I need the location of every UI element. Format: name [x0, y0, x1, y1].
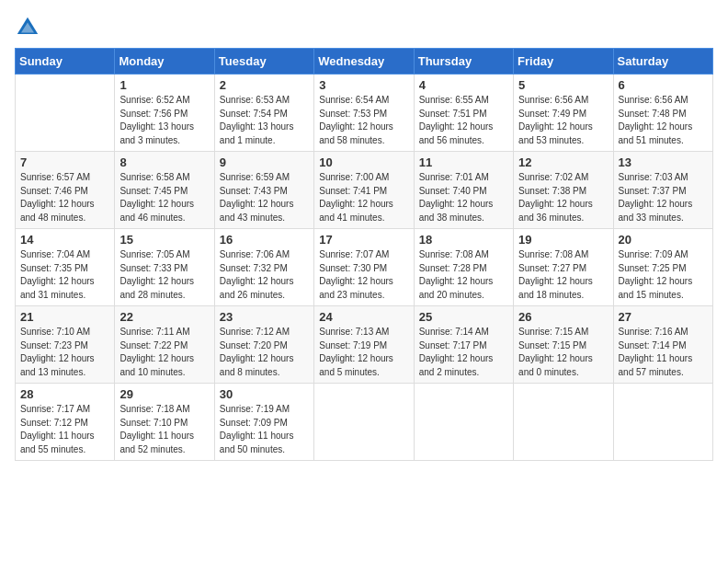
day-number: 11	[419, 155, 508, 169]
calendar-week-row: 28Sunrise: 7:17 AMSunset: 7:12 PMDayligh…	[16, 384, 713, 461]
day-of-week-header: Thursday	[414, 49, 513, 75]
calendar-day-cell: 19Sunrise: 7:08 AMSunset: 7:27 PMDayligh…	[514, 229, 613, 306]
calendar-day-cell	[414, 384, 513, 461]
day-info: Sunrise: 6:52 AMSunset: 7:56 PMDaylight:…	[119, 94, 209, 147]
calendar-day-cell	[314, 384, 414, 461]
calendar-week-row: 1Sunrise: 6:52 AMSunset: 7:56 PMDaylight…	[16, 75, 713, 152]
day-number: 5	[518, 78, 608, 92]
calendar-day-cell: 22Sunrise: 7:11 AMSunset: 7:22 PMDayligh…	[115, 306, 214, 384]
day-number: 15	[119, 233, 209, 247]
day-number: 8	[119, 155, 209, 169]
calendar-week-row: 21Sunrise: 7:10 AMSunset: 7:23 PMDayligh…	[16, 306, 713, 384]
day-number: 25	[419, 310, 508, 324]
day-info: Sunrise: 7:13 AMSunset: 7:19 PMDaylight:…	[319, 326, 408, 379]
calendar-day-cell: 15Sunrise: 7:05 AMSunset: 7:33 PMDayligh…	[115, 229, 214, 306]
day-number: 14	[20, 233, 109, 247]
calendar-day-cell: 17Sunrise: 7:07 AMSunset: 7:30 PMDayligh…	[314, 229, 414, 306]
day-info: Sunrise: 7:14 AMSunset: 7:17 PMDaylight:…	[419, 326, 508, 379]
calendar-day-cell: 2Sunrise: 6:53 AMSunset: 7:54 PMDaylight…	[214, 75, 313, 152]
day-number: 17	[319, 233, 408, 247]
calendar-day-cell	[613, 384, 712, 461]
calendar-day-cell: 25Sunrise: 7:14 AMSunset: 7:17 PMDayligh…	[414, 306, 513, 384]
day-number: 2	[220, 78, 309, 92]
calendar-day-cell: 13Sunrise: 7:03 AMSunset: 7:37 PMDayligh…	[613, 152, 712, 229]
day-of-week-header: Friday	[514, 49, 613, 75]
day-number: 16	[220, 233, 309, 247]
day-number: 12	[518, 155, 608, 169]
day-number: 28	[20, 387, 109, 401]
day-info: Sunrise: 7:16 AMSunset: 7:14 PMDaylight:…	[619, 326, 708, 379]
day-number: 24	[319, 310, 408, 324]
calendar-day-cell: 16Sunrise: 7:06 AMSunset: 7:32 PMDayligh…	[214, 229, 313, 306]
day-info: Sunrise: 7:19 AMSunset: 7:09 PMDaylight:…	[220, 403, 309, 456]
day-info: Sunrise: 6:54 AMSunset: 7:53 PMDaylight:…	[319, 94, 408, 147]
calendar-day-cell: 20Sunrise: 7:09 AMSunset: 7:25 PMDayligh…	[613, 229, 712, 306]
day-info: Sunrise: 7:15 AMSunset: 7:15 PMDaylight:…	[518, 326, 608, 379]
day-info: Sunrise: 7:08 AMSunset: 7:28 PMDaylight:…	[419, 248, 508, 302]
day-number: 3	[319, 78, 408, 92]
calendar-day-cell: 4Sunrise: 6:55 AMSunset: 7:51 PMDaylight…	[414, 75, 513, 152]
day-number: 26	[518, 310, 608, 324]
calendar-day-cell: 14Sunrise: 7:04 AMSunset: 7:35 PMDayligh…	[16, 229, 115, 306]
calendar-day-cell: 12Sunrise: 7:02 AMSunset: 7:38 PMDayligh…	[514, 152, 613, 229]
logo-icon	[15, 15, 40, 40]
calendar-week-row: 14Sunrise: 7:04 AMSunset: 7:35 PMDayligh…	[16, 229, 713, 306]
calendar-day-cell: 5Sunrise: 6:56 AMSunset: 7:49 PMDaylight…	[514, 75, 613, 152]
day-of-week-header: Monday	[115, 49, 214, 75]
day-number: 18	[419, 233, 508, 247]
day-info: Sunrise: 6:56 AMSunset: 7:48 PMDaylight:…	[619, 94, 708, 147]
calendar-table: SundayMondayTuesdayWednesdayThursdayFrid…	[15, 48, 713, 461]
day-info: Sunrise: 7:00 AMSunset: 7:41 PMDaylight:…	[319, 171, 408, 224]
day-info: Sunrise: 7:02 AMSunset: 7:38 PMDaylight:…	[518, 171, 608, 224]
calendar-day-cell: 24Sunrise: 7:13 AMSunset: 7:19 PMDayligh…	[314, 306, 414, 384]
day-number: 13	[619, 155, 708, 169]
calendar-day-cell	[16, 75, 115, 152]
day-info: Sunrise: 7:17 AMSunset: 7:12 PMDaylight:…	[20, 403, 109, 456]
calendar-day-cell: 27Sunrise: 7:16 AMSunset: 7:14 PMDayligh…	[613, 306, 712, 384]
day-info: Sunrise: 7:11 AMSunset: 7:22 PMDaylight:…	[119, 326, 209, 379]
calendar-day-cell: 11Sunrise: 7:01 AMSunset: 7:40 PMDayligh…	[414, 152, 513, 229]
day-info: Sunrise: 7:06 AMSunset: 7:32 PMDaylight:…	[220, 248, 309, 302]
day-info: Sunrise: 7:07 AMSunset: 7:30 PMDaylight:…	[319, 248, 408, 302]
day-number: 30	[220, 387, 309, 401]
day-number: 22	[119, 310, 209, 324]
day-number: 21	[20, 310, 109, 324]
day-info: Sunrise: 6:53 AMSunset: 7:54 PMDaylight:…	[220, 94, 309, 147]
day-info: Sunrise: 7:18 AMSunset: 7:10 PMDaylight:…	[119, 403, 209, 456]
calendar-day-cell: 6Sunrise: 6:56 AMSunset: 7:48 PMDaylight…	[613, 75, 712, 152]
calendar-day-cell: 28Sunrise: 7:17 AMSunset: 7:12 PMDayligh…	[16, 384, 115, 461]
day-number: 10	[319, 155, 408, 169]
calendar-day-cell: 29Sunrise: 7:18 AMSunset: 7:10 PMDayligh…	[115, 384, 214, 461]
calendar-day-cell: 7Sunrise: 6:57 AMSunset: 7:46 PMDaylight…	[16, 152, 115, 229]
day-number: 19	[518, 233, 608, 247]
day-info: Sunrise: 7:01 AMSunset: 7:40 PMDaylight:…	[419, 171, 508, 224]
day-of-week-header: Sunday	[16, 49, 115, 75]
day-info: Sunrise: 6:56 AMSunset: 7:49 PMDaylight:…	[518, 94, 608, 147]
day-number: 6	[619, 78, 708, 92]
day-info: Sunrise: 7:03 AMSunset: 7:37 PMDaylight:…	[619, 171, 708, 224]
day-number: 23	[220, 310, 309, 324]
day-info: Sunrise: 6:58 AMSunset: 7:45 PMDaylight:…	[119, 171, 209, 224]
day-of-week-header: Wednesday	[314, 49, 414, 75]
page-header	[15, 15, 713, 40]
calendar-day-cell: 3Sunrise: 6:54 AMSunset: 7:53 PMDaylight…	[314, 75, 414, 152]
day-info: Sunrise: 6:57 AMSunset: 7:46 PMDaylight:…	[20, 171, 109, 224]
calendar-day-cell: 10Sunrise: 7:00 AMSunset: 7:41 PMDayligh…	[314, 152, 414, 229]
calendar-week-row: 7Sunrise: 6:57 AMSunset: 7:46 PMDaylight…	[16, 152, 713, 229]
day-of-week-header: Tuesday	[214, 49, 313, 75]
day-info: Sunrise: 7:09 AMSunset: 7:25 PMDaylight:…	[619, 248, 708, 302]
day-info: Sunrise: 7:12 AMSunset: 7:20 PMDaylight:…	[220, 326, 309, 379]
calendar-day-cell: 8Sunrise: 6:58 AMSunset: 7:45 PMDaylight…	[115, 152, 214, 229]
calendar-day-cell: 18Sunrise: 7:08 AMSunset: 7:28 PMDayligh…	[414, 229, 513, 306]
calendar-header-row: SundayMondayTuesdayWednesdayThursdayFrid…	[16, 49, 713, 75]
day-info: Sunrise: 6:55 AMSunset: 7:51 PMDaylight:…	[419, 94, 508, 147]
calendar-day-cell: 21Sunrise: 7:10 AMSunset: 7:23 PMDayligh…	[16, 306, 115, 384]
day-info: Sunrise: 7:04 AMSunset: 7:35 PMDaylight:…	[20, 248, 109, 302]
day-number: 1	[119, 78, 209, 92]
calendar-day-cell: 23Sunrise: 7:12 AMSunset: 7:20 PMDayligh…	[214, 306, 313, 384]
day-number: 4	[419, 78, 508, 92]
day-info: Sunrise: 7:10 AMSunset: 7:23 PMDaylight:…	[20, 326, 109, 379]
calendar-day-cell	[514, 384, 613, 461]
calendar-day-cell: 30Sunrise: 7:19 AMSunset: 7:09 PMDayligh…	[214, 384, 313, 461]
day-of-week-header: Saturday	[613, 49, 712, 75]
